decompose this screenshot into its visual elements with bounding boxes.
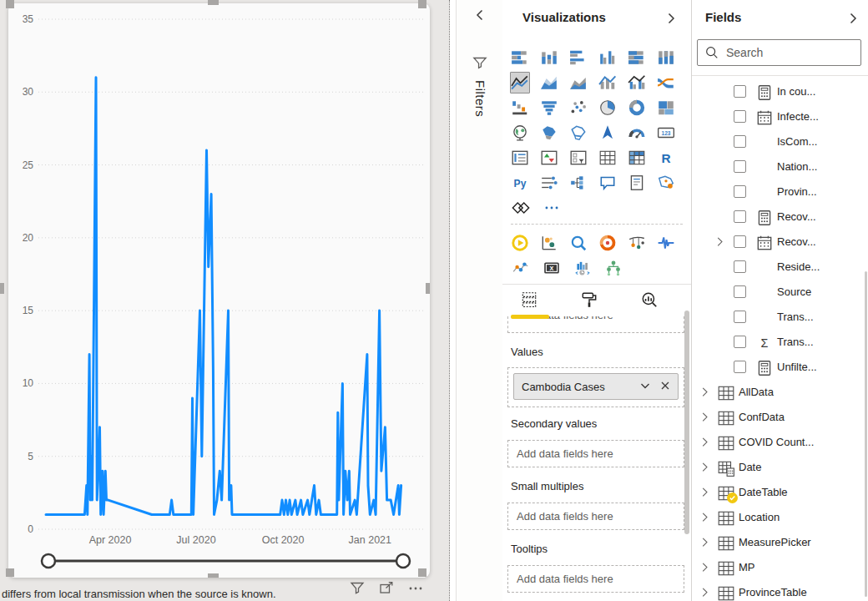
- treemap-icon[interactable]: [656, 97, 676, 119]
- field-row[interactable]: Trans...: [692, 305, 868, 330]
- search-input[interactable]: [724, 45, 860, 60]
- r-script-visual-icon[interactable]: R: [656, 147, 676, 169]
- field-checkbox[interactable]: [734, 235, 746, 248]
- chevron-right-icon[interactable]: [663, 10, 679, 27]
- donut-chart-icon[interactable]: [627, 97, 647, 119]
- map-icon[interactable]: [510, 122, 530, 144]
- field-row[interactable]: IsCom...: [692, 129, 868, 154]
- resize-handle-middle-left[interactable]: [0, 283, 4, 294]
- focus-mode-icon[interactable]: [378, 579, 395, 596]
- filled-map-icon[interactable]: [539, 122, 559, 144]
- expand-chevron-icon[interactable]: [699, 511, 712, 524]
- field-row[interactable]: Unfilte...: [692, 355, 868, 380]
- azure-map-icon[interactable]: [598, 122, 618, 144]
- expand-chevron-icon[interactable]: [699, 386, 712, 399]
- line-clustered-column-chart-icon[interactable]: [627, 72, 647, 93]
- values-well[interactable]: Cambodia Cases: [507, 367, 684, 407]
- field-row[interactable]: Reside...: [692, 255, 868, 280]
- text-box-caption[interactable]: differs from local transmission when the…: [2, 588, 336, 600]
- field-row[interactable]: Infecte...: [692, 104, 868, 129]
- field-row[interactable]: Source: [692, 280, 868, 305]
- expand-chevron-icon[interactable]: [699, 486, 712, 499]
- field-row[interactable]: Nation...: [692, 154, 868, 179]
- scatter-custom-icon[interactable]: [539, 232, 559, 254]
- slicer-icon[interactable]: [568, 147, 588, 169]
- field-checkbox[interactable]: [734, 361, 746, 373]
- area-chart-icon[interactable]: [539, 72, 559, 93]
- clustered-column-chart-icon[interactable]: [598, 47, 618, 68]
- aster-donut-icon[interactable]: [598, 232, 618, 254]
- line-chart-icon[interactable]: [510, 72, 530, 93]
- pulse-chart-icon[interactable]: [656, 232, 676, 254]
- expand-chevron-icon[interactable]: [699, 561, 712, 574]
- scatter-chart-icon[interactable]: [568, 97, 588, 119]
- resize-handle-bottom-right[interactable]: [418, 568, 426, 577]
- hanging-dots-icon[interactable]: [627, 232, 647, 254]
- card-icon[interactable]: 123: [656, 122, 676, 144]
- resize-handle-top-center[interactable]: [208, 0, 219, 5]
- field-checkbox[interactable]: [734, 336, 746, 348]
- expand-chevron-icon[interactable]: [699, 436, 712, 449]
- table-row[interactable]: ProvinceTable: [692, 580, 868, 601]
- report-canvas[interactable]: 05101520253035Apr 2020Jul 2020Oct 2020Ja…: [0, 0, 450, 601]
- paginated-report-icon[interactable]: [627, 172, 647, 194]
- gauge-icon[interactable]: [627, 122, 647, 144]
- table-row[interactable]: ConfData: [692, 405, 868, 430]
- cambodia-cases-line-series[interactable]: [46, 78, 401, 515]
- time-bars-icon[interactable]: [572, 257, 593, 279]
- pie-chart-icon[interactable]: [598, 97, 618, 119]
- resize-handle-bottom-left[interactable]: [6, 568, 14, 577]
- expand-chevron-icon[interactable]: [714, 235, 727, 249]
- decomposition-tree-icon[interactable]: [568, 172, 588, 194]
- remove-field-icon[interactable]: [658, 378, 674, 395]
- field-checkbox[interactable]: [734, 160, 746, 173]
- key-influencers-icon[interactable]: [539, 172, 559, 194]
- zoom-slider-right-handle[interactable]: [396, 554, 410, 568]
- power-apps-icon[interactable]: [510, 197, 532, 219]
- field-row[interactable]: Provin...: [692, 179, 868, 205]
- table-row[interactable]: Location: [692, 505, 868, 530]
- field-checkbox[interactable]: [734, 185, 746, 198]
- line-chart-visual[interactable]: 05101520253035Apr 2020Jul 2020Oct 2020Ja…: [8, 3, 430, 578]
- python-visual-icon[interactable]: Py: [510, 172, 530, 194]
- field-checkbox[interactable]: [734, 110, 746, 123]
- table-row[interactable]: Date: [692, 455, 868, 480]
- field-checkbox[interactable]: [734, 135, 746, 148]
- chevron-left-icon[interactable]: [472, 7, 488, 23]
- fields-scrollbar[interactable]: [865, 271, 867, 597]
- resize-handle-middle-right[interactable]: [426, 283, 430, 294]
- field-pill-cambodia-cases[interactable]: Cambodia Cases: [513, 373, 679, 400]
- waterfall-chart-icon[interactable]: [510, 97, 530, 119]
- table-row[interactable]: COVID Count...: [692, 430, 868, 455]
- tab-fields-active[interactable]: [510, 289, 548, 314]
- xviz-icon[interactable]: X: [541, 257, 563, 279]
- funnel-chart-icon[interactable]: [539, 97, 559, 119]
- stacked-area-chart-icon[interactable]: [568, 72, 588, 93]
- expand-chevron-icon[interactable]: [699, 411, 712, 424]
- 100-stacked-bar-chart-icon[interactable]: [627, 47, 647, 68]
- 100-stacked-column-chart-icon[interactable]: [656, 47, 676, 68]
- zoom-magnifier-icon[interactable]: [568, 232, 588, 254]
- fields-search-box[interactable]: [697, 39, 861, 66]
- tab-analytics[interactable]: [630, 289, 669, 314]
- table-row[interactable]: MP: [692, 555, 868, 580]
- filters-pane-collapsed[interactable]: Filters: [456, 0, 504, 601]
- table-row[interactable]: AllData: [692, 380, 868, 405]
- field-checkbox[interactable]: [734, 85, 746, 98]
- ribbon-chart-icon[interactable]: [656, 72, 676, 93]
- table-row[interactable]: DateTable: [692, 480, 868, 505]
- field-row[interactable]: ΣTrans...: [692, 330, 868, 355]
- data-field-well-clipped[interactable]: Add data fields here: [507, 316, 684, 333]
- table-icon[interactable]: [598, 147, 618, 169]
- field-row[interactable]: In cou...: [692, 79, 868, 104]
- arcgis-map-icon[interactable]: [656, 172, 676, 194]
- table-row[interactable]: MeasurePicker: [692, 530, 868, 555]
- field-checkbox[interactable]: [734, 285, 746, 298]
- expand-chevron-icon[interactable]: [699, 461, 712, 474]
- secondary-values-well[interactable]: Add data fields here: [507, 440, 684, 467]
- multi-row-card-icon[interactable]: [510, 147, 530, 169]
- play-axis-icon[interactable]: [510, 232, 530, 254]
- stacked-bar-chart-icon[interactable]: [510, 47, 530, 68]
- resize-handle-top-right[interactable]: [418, 0, 426, 8]
- chevron-right-icon[interactable]: [845, 10, 861, 27]
